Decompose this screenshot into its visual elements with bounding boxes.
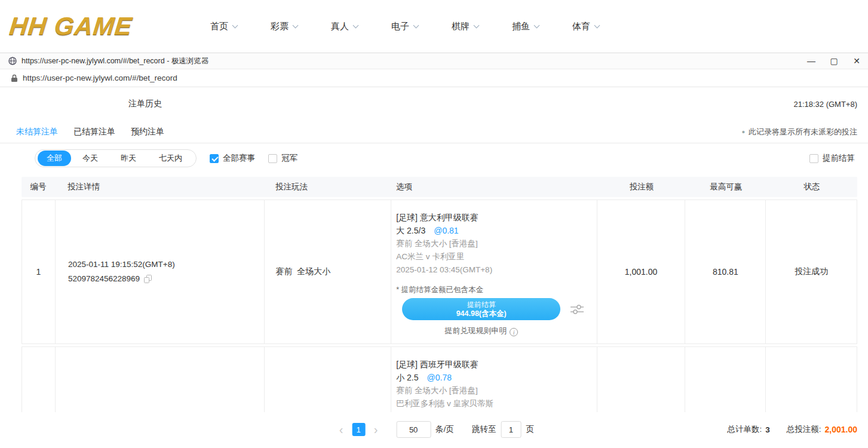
pick-line: 大 2.5/3@0.81 bbox=[396, 224, 597, 237]
server-time: 21:18:32 (GMT+8) bbox=[793, 100, 857, 109]
jump-page-input[interactable] bbox=[501, 421, 521, 438]
main-nav: 首页 彩票 真人 电子 棋牌 捕鱼 体育 bbox=[210, 21, 633, 32]
url-text: https://user-pc-new.jylywl.com/#/bet_rec… bbox=[23, 73, 177, 82]
header-play: 投注玩法 bbox=[265, 182, 391, 192]
nav-item-sports[interactable]: 体育 bbox=[572, 21, 599, 32]
range-yesterday-button[interactable]: 昨天 bbox=[109, 151, 148, 166]
close-button[interactable]: ✕ bbox=[845, 53, 868, 69]
bet-table: 编号 投注详情 投注玩法 选项 投注额 最高可赢 状态 1 2025-01-11… bbox=[22, 177, 857, 447]
copy-icon[interactable] bbox=[144, 275, 152, 283]
range-week-button[interactable]: 七天内 bbox=[148, 151, 194, 166]
browser-titlebar: https://user-pc-new.jylywl.com/#/bet_rec… bbox=[0, 53, 868, 69]
site-topbar: HH GAME 首页 彩票 真人 电子 棋牌 捕鱼 体育 bbox=[0, 0, 868, 53]
filter-row: 全部 今天 昨天 七天内 全部赛事 冠军 提前结算 bbox=[0, 143, 868, 173]
champion-checkbox[interactable]: 冠军 bbox=[268, 153, 297, 164]
league-name: [足球] 西班牙甲级联赛 bbox=[396, 347, 597, 371]
page-title: 注单历史 bbox=[128, 99, 162, 109]
page-header: 注单历史 21:18:32 (GMT+8) bbox=[0, 87, 868, 121]
table-header: 编号 投注详情 投注玩法 选项 投注额 最高可赢 状态 bbox=[22, 177, 857, 197]
odds-text: @0.78 bbox=[427, 373, 452, 382]
chevron-down-icon bbox=[232, 23, 238, 29]
table-row: 1 2025-01-11 19:15:52(GMT+8) 52097824562… bbox=[22, 200, 857, 344]
tab-settled[interactable]: 已结算注单 bbox=[73, 127, 115, 137]
match-teams: AC米兰 v 卡利亚里 bbox=[396, 250, 597, 263]
tab-reserved[interactable]: 预约注单 bbox=[131, 127, 164, 137]
cell-row-number: 1 bbox=[22, 200, 56, 343]
chevron-down-icon bbox=[413, 23, 419, 29]
browser-addressbar[interactable]: https://user-pc-new.jylywl.com/#/bet_rec… bbox=[0, 69, 868, 87]
pick-text: 大 2.5/3 bbox=[396, 226, 425, 235]
early-settle-checkbox[interactable]: 提前结算 bbox=[809, 153, 855, 164]
bet-record-page: 注单历史 21:18:32 (GMT+8) 未结算注单 已结算注单 预约注单 •… bbox=[0, 87, 868, 447]
record-tabs: 未结算注单 已结算注单 预约注单 • 此记录将显示所有未派彩的投注 bbox=[0, 121, 868, 143]
order-id-line: 5209782456228969 bbox=[68, 272, 265, 286]
nav-item-fishing[interactable]: 捕鱼 bbox=[512, 21, 539, 32]
window-title: https://user-pc-new.jylywl.com/#/bet_rec… bbox=[22, 56, 208, 66]
page-size-input[interactable] bbox=[396, 421, 431, 438]
header-maxwin: 最高可赢 bbox=[686, 182, 766, 192]
league-name: [足球] 意大利甲级联赛 bbox=[396, 200, 597, 224]
cell-bet-detail: 2025-01-11 19:15:52(GMT+8) 5209782456228… bbox=[56, 200, 265, 343]
header-stake: 投注额 bbox=[597, 182, 686, 192]
header-detail: 投注详情 bbox=[55, 182, 265, 192]
nav-item-home[interactable]: 首页 bbox=[210, 21, 237, 32]
chevron-down-icon bbox=[293, 23, 299, 29]
cell-status: 投注成功 bbox=[766, 200, 857, 343]
totals-summary: 总计单数: 3 总投注额: 2,001.00 bbox=[727, 424, 857, 435]
page-1-button[interactable]: 1 bbox=[352, 423, 365, 436]
window-controls: — ▢ ✕ bbox=[800, 53, 868, 69]
chevron-down-icon bbox=[353, 23, 359, 29]
info-icon[interactable]: i bbox=[510, 328, 518, 336]
cell-stake: 1,001.00 bbox=[597, 200, 686, 343]
nav-item-slots[interactable]: 电子 bbox=[391, 21, 418, 32]
cell-max-win: 810.81 bbox=[685, 200, 766, 343]
bullet-icon: • bbox=[742, 127, 745, 137]
market-text: 赛前 全场大小 [香港盘] bbox=[396, 237, 597, 250]
pick-line: 小 2.5@0.78 bbox=[396, 371, 597, 384]
match-teams: 巴利亚多利德 v 皇家贝蒂斯 bbox=[396, 397, 597, 410]
chevron-down-icon bbox=[594, 23, 600, 29]
order-id: 5209782456228969 bbox=[68, 272, 140, 286]
checkbox-icon bbox=[809, 154, 818, 163]
total-stake-value: 2,001.00 bbox=[825, 425, 858, 434]
checkbox-icon bbox=[268, 154, 277, 163]
cell-option: [足球] 意大利甲级联赛 大 2.5/3@0.81 赛前 全场大小 [香港盘] … bbox=[391, 200, 597, 343]
header-option: 选项 bbox=[391, 182, 597, 192]
minimize-button[interactable]: — bbox=[800, 53, 823, 69]
total-count-label: 总计单数: bbox=[727, 424, 762, 435]
pick-text: 小 2.5 bbox=[396, 373, 418, 382]
tab-unsettled[interactable]: 未结算注单 bbox=[16, 127, 58, 137]
range-all-button[interactable]: 全部 bbox=[38, 151, 71, 166]
cashout-rule-link[interactable]: 提前兑现规则申明i bbox=[396, 326, 566, 336]
range-today-button[interactable]: 今天 bbox=[71, 151, 109, 166]
total-stake-label: 总投注额: bbox=[787, 424, 821, 435]
nav-item-lottery[interactable]: 彩票 bbox=[271, 21, 297, 32]
prev-page-button[interactable]: ‹ bbox=[334, 423, 348, 436]
header-no: 编号 bbox=[22, 182, 55, 192]
date-range-group: 全部 今天 昨天 七天内 bbox=[35, 149, 197, 167]
market-text: 赛前 全场大小 [香港盘] bbox=[396, 384, 597, 397]
all-events-checkbox[interactable]: 全部赛事 bbox=[210, 153, 255, 164]
per-page-label: 条/页 bbox=[435, 424, 454, 435]
lock-icon bbox=[11, 74, 18, 82]
jump-to-label: 跳转至 bbox=[472, 424, 496, 435]
cashout-button[interactable]: 提前结算 944.98(含本金) bbox=[402, 298, 560, 320]
pagination: ‹ 1 › 条/页 跳转至 页 bbox=[334, 421, 534, 438]
site-logo[interactable]: HH GAME bbox=[10, 12, 189, 41]
globe-icon bbox=[8, 57, 17, 65]
odds-text: @0.81 bbox=[434, 226, 458, 235]
tabs-note: • 此记录将显示所有未派彩的投注 bbox=[742, 127, 857, 137]
nav-item-cards[interactable]: 棋牌 bbox=[452, 21, 479, 32]
nav-item-live[interactable]: 真人 bbox=[331, 21, 358, 32]
chevron-down-icon bbox=[474, 23, 480, 29]
total-count-value: 3 bbox=[765, 425, 770, 434]
checkbox-checked-icon bbox=[210, 154, 219, 163]
next-page-button[interactable]: › bbox=[369, 423, 383, 436]
page-unit-label: 页 bbox=[526, 424, 534, 435]
tune-icon[interactable] bbox=[571, 304, 584, 315]
maximize-button[interactable]: ▢ bbox=[823, 53, 845, 69]
site-logo-text: HH GAME bbox=[8, 12, 133, 41]
bet-time: 2025-01-11 19:15:52(GMT+8) bbox=[68, 257, 265, 272]
cell-bet-play: 赛前 全场大小 bbox=[265, 200, 391, 343]
cashout-note: * 提前结算金额已包含本金 bbox=[396, 284, 597, 296]
